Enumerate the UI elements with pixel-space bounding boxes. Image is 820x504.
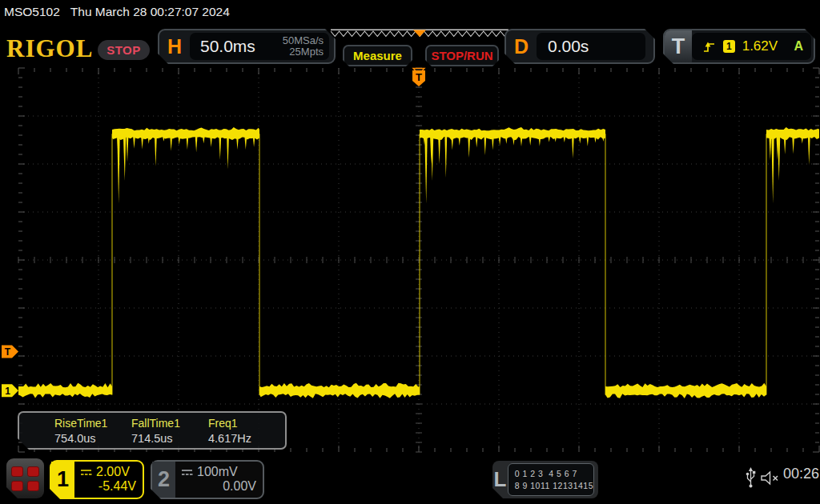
channel2-number: 2 (152, 462, 175, 498)
measurement-label: RiseTime1 (54, 417, 131, 430)
trigger-position-marker[interactable]: T (412, 69, 425, 87)
measurement-item: FallTime1 714.5us (131, 417, 208, 448)
channel1-offset: -5.44V (80, 479, 136, 494)
measurement-value: 754.0us (54, 432, 131, 445)
logic-label: L (492, 467, 508, 492)
menu-grid-icon[interactable] (6, 458, 44, 498)
measurement-value: 714.5us (131, 432, 208, 445)
footer-bar: 1 2.00V -5.44V 2 (0, 456, 820, 504)
svg-text:1: 1 (5, 386, 10, 397)
channel1-block[interactable]: 1 2.00V -5.44V (50, 460, 144, 499)
ch1-offset-marker[interactable]: 1 (2, 384, 18, 397)
menu-tile-square (11, 466, 23, 477)
speaker-muted-icon (759, 470, 781, 487)
channel2-offset: 0.00V (181, 479, 256, 494)
dc-coupling-icon (181, 468, 193, 477)
menu-tile-square (11, 481, 23, 491)
channel2-info: 100mV 0.00V (175, 462, 263, 498)
usb-icon (744, 466, 758, 489)
svg-text:T: T (416, 71, 422, 83)
channel1-scale: 2.00V (96, 465, 130, 479)
digital-channels-panel: 0 1 2 3 4 5 6 7 8 9 1011 12131415 (508, 463, 594, 496)
channel2-block[interactable]: 2 100mV 0.00V (151, 460, 264, 499)
measurement-item: RiseTime1 754.0us (54, 417, 131, 448)
channel2-scale: 100mV (197, 465, 238, 479)
digital-channels-row1: 0 1 2 3 4 5 6 7 (515, 468, 593, 480)
channel1-info: 2.00V -5.44V (74, 462, 143, 498)
measurement-item: Freq1 4.617Hz (208, 417, 285, 448)
oscilloscope-screen: MSO5102 Thu March 28 00:27:07 2024 RIGOL… (0, 0, 820, 504)
measurement-label: Freq1 (208, 417, 285, 430)
menu-tile-square (27, 466, 39, 477)
measurement-value: 4.617Hz (208, 432, 285, 445)
channel1-number: 1 (51, 462, 74, 498)
digital-channels-row2: 8 9 1011 12131415 (515, 480, 593, 492)
logic-analyzer-block[interactable]: L 0 1 2 3 4 5 6 7 8 9 1011 12131415 (492, 461, 598, 498)
menu-tile-square (27, 481, 39, 491)
clock: 00:26 (783, 466, 819, 482)
dc-coupling-icon (80, 468, 92, 477)
measurement-panel[interactable]: RiseTime1 754.0us FallTime1 714.5us Freq… (18, 411, 287, 450)
measurement-label: FallTime1 (131, 417, 208, 430)
trigger-level-marker[interactable]: T (2, 346, 18, 358)
svg-text:T: T (5, 346, 11, 358)
